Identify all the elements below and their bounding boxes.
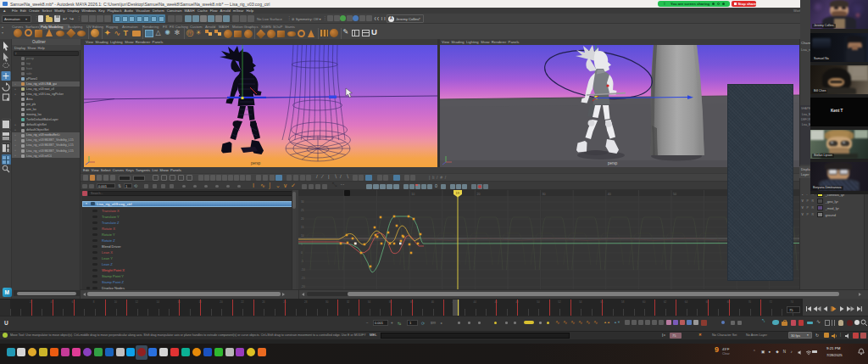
svg-text:-20: -20 (301, 285, 305, 288)
svg-text:persp: persp (608, 161, 618, 165)
svg-text:0: 0 (301, 251, 303, 255)
svg-text:19: 19 (456, 191, 460, 195)
svg-text:30: 30 (301, 200, 304, 204)
svg-text:10: 10 (411, 193, 415, 196)
svg-text:50: 50 (673, 193, 676, 196)
svg-text:25: 25 (301, 209, 304, 212)
svg-text:-10: -10 (301, 268, 305, 272)
svg-text:10: 10 (301, 234, 304, 238)
svg-text:15: 15 (301, 226, 304, 229)
svg-text:20: 20 (301, 217, 304, 221)
svg-text:30: 30 (542, 193, 546, 196)
svg-text:-15: -15 (301, 277, 305, 280)
svg-text:40: 40 (608, 193, 611, 196)
svg-text:persp: persp (251, 161, 261, 165)
svg-text:20: 20 (476, 193, 480, 196)
